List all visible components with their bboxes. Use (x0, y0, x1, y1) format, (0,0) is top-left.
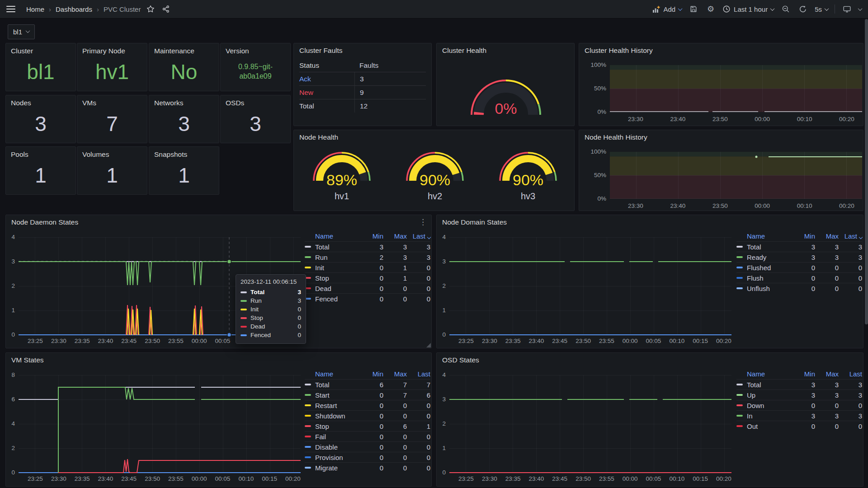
breadcrumb-home[interactable]: Home (26, 5, 44, 13)
chevron-down-icon[interactable] (858, 6, 863, 11)
series-min: 0 (360, 402, 383, 409)
panel-menu-icon[interactable]: ⋮ (419, 217, 427, 227)
dashboard-settings-icon[interactable]: ⚙ (705, 4, 716, 14)
series-name: Down (747, 402, 764, 409)
stat-label: Cluster (11, 47, 33, 55)
series-name: Flushed (747, 264, 771, 272)
legend-header-max[interactable]: Max (815, 232, 839, 240)
tooltip-row: Dead 0 (241, 322, 301, 331)
node-domain-states-chart (449, 237, 731, 335)
legend-row[interactable]: Stop 0 6 1 (305, 421, 430, 431)
legend-row[interactable]: Init 0 1 0 (305, 262, 430, 272)
panel-title[interactable]: Node Domain States (442, 218, 507, 226)
legend-header-last[interactable]: Last (407, 232, 430, 240)
legend-header-max[interactable]: Max (383, 370, 407, 378)
add-panel-button[interactable]: Add (652, 5, 682, 13)
cluster-variable-dropdown[interactable]: bl1 (8, 24, 35, 39)
column-header-status[interactable]: Status (299, 61, 354, 70)
refresh-interval-picker[interactable]: 5s (815, 5, 828, 13)
zoom-out-time-icon[interactable] (780, 4, 791, 14)
gauge-value: 90% (513, 171, 543, 188)
panel-title[interactable]: Node Health History (585, 133, 647, 141)
legend-header-name[interactable]: Name (305, 370, 360, 378)
save-dashboard-icon[interactable] (688, 4, 699, 14)
panel-resize-handle[interactable] (426, 343, 431, 347)
legend-row[interactable]: Ready 3 3 3 (736, 252, 862, 262)
legend-row[interactable]: Total 3 3 3 (736, 379, 862, 389)
legend-header-min[interactable]: Min (792, 370, 815, 378)
column-header-faults[interactable]: Faults (354, 61, 426, 70)
legend-row[interactable]: Migrate 0 0 0 (305, 462, 430, 473)
legend-row[interactable]: Unflush 0 0 0 (736, 283, 862, 293)
panel-title[interactable]: Cluster Faults (299, 47, 343, 55)
legend-row[interactable]: Flushed 0 0 0 (736, 262, 862, 272)
y-tick-label: 50% (585, 85, 606, 92)
legend-row[interactable]: Stop 0 1 0 (305, 272, 430, 283)
legend-row[interactable]: Down 0 0 0 (736, 400, 862, 410)
legend-row[interactable]: Restart 0 0 0 (305, 400, 430, 410)
x-tick-label: 00:00 (622, 338, 639, 344)
legend-row[interactable]: Shutdown 0 0 0 (305, 410, 430, 421)
share-icon[interactable] (160, 4, 171, 14)
breadcrumb-dashboards[interactable]: Dashboards (56, 5, 92, 13)
legend-row[interactable]: Total 6 7 7 (305, 379, 430, 389)
series-color-swatch (305, 404, 311, 406)
x-tick-label: 23:45 (551, 475, 568, 482)
stat-label: Nodes (11, 99, 31, 107)
series-name: Stop (315, 274, 329, 282)
legend-row[interactable]: Up 3 3 3 (736, 389, 862, 400)
series-min: 0 (360, 274, 383, 282)
scrollbar[interactable] (865, 19, 868, 324)
legend-row[interactable]: In 3 3 3 (736, 410, 862, 421)
y-tick-label: 6 (6, 396, 15, 403)
legend-header-max[interactable]: Max (383, 232, 407, 240)
panel-title[interactable]: VM States (11, 356, 44, 364)
kiosk-mode-icon[interactable] (841, 4, 852, 14)
legend-header-last[interactable]: Last (407, 370, 430, 378)
series-name: Stop (250, 314, 263, 321)
star-icon[interactable] (145, 4, 156, 14)
legend-header-name[interactable]: Name (305, 232, 360, 240)
variable-value: bl1 (13, 28, 22, 36)
time-range-picker[interactable]: Last 1 hour (722, 5, 774, 13)
series-max: 0 (383, 285, 407, 292)
legend-row[interactable]: Out 0 0 0 (736, 421, 862, 431)
legend-header-min[interactable]: Min (792, 232, 815, 240)
y-tick-label: 4 (6, 234, 15, 241)
series-name: Fenced (250, 332, 271, 338)
menu-icon[interactable] (6, 6, 15, 12)
series-color-swatch (241, 326, 247, 328)
series-name: Up (747, 391, 755, 399)
legend-row[interactable]: Disable 0 0 0 (305, 441, 430, 452)
series-min: 6 (360, 381, 383, 389)
x-tick-label: 23:30 (481, 475, 498, 482)
legend-header-last[interactable]: Last (839, 370, 862, 378)
legend-row[interactable]: Start 0 7 6 (305, 389, 430, 400)
panel-title[interactable]: OSD States (442, 356, 479, 364)
refresh-icon[interactable] (797, 4, 808, 14)
legend-row[interactable]: Provision 0 0 0 (305, 452, 430, 462)
legend-header-name[interactable]: Name (736, 370, 792, 378)
tooltip-rows: Total 3 Run 3 Init 0 Stop 0 Dead (241, 288, 301, 339)
legend-row[interactable]: Run 2 3 3 (305, 252, 430, 262)
legend-row[interactable]: Total 3 3 3 (736, 241, 862, 252)
legend-row[interactable]: Flush 0 0 0 (736, 272, 862, 283)
series-max: 3 (815, 381, 839, 389)
y-tick-label: 2 (6, 282, 15, 290)
x-tick-label: 23:50 (144, 475, 161, 482)
legend-header-min[interactable]: Min (360, 370, 383, 378)
panel-title[interactable]: Cluster Health History (585, 47, 653, 55)
stat-label: Version (226, 47, 249, 55)
legend-row[interactable]: Dead 0 0 0 (305, 283, 430, 293)
legend-header-max[interactable]: Max (815, 370, 839, 378)
legend-header-last[interactable]: Last (839, 232, 862, 240)
x-tick-label: 00:15 (692, 338, 709, 344)
panel-title[interactable]: Node Daemon States (11, 218, 78, 226)
series-last: 3 (839, 253, 862, 261)
legend-row[interactable]: Fenced 0 0 0 (305, 293, 430, 304)
legend-header-name[interactable]: Name (736, 232, 792, 240)
legend-row[interactable]: Total 3 3 3 (305, 241, 430, 252)
legend-header-min[interactable]: Min (360, 232, 383, 240)
y-tick-label: 0 (6, 469, 15, 476)
legend-row[interactable]: Fail 0 0 0 (305, 431, 430, 441)
